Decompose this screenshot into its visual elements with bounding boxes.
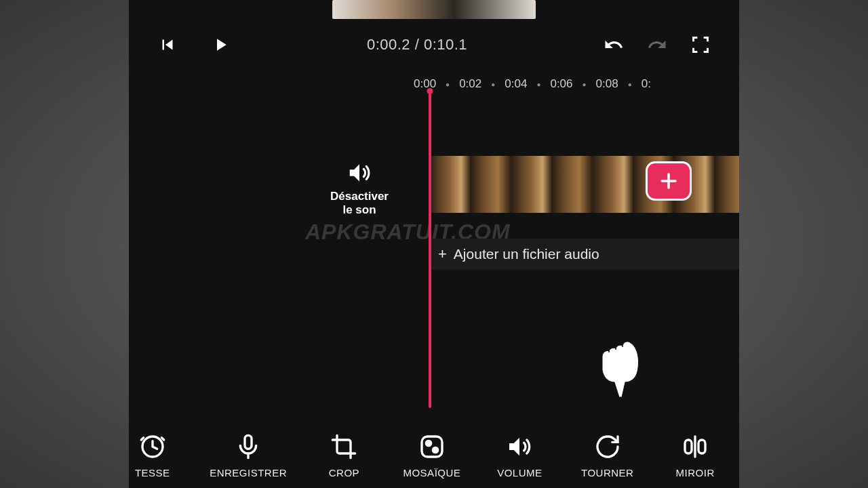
svg-rect-1 [245,435,252,449]
video-editor-app: 0:00.2 / 0:10.1 0:00● 0:02● 0:04● 0:06● … [129,0,739,488]
plus-icon: + [438,245,447,263]
svg-rect-2 [422,436,442,457]
tick-label: 0:08 [596,77,618,91]
tool-mosaique[interactable]: MOSAÏQUE [401,433,462,479]
tick-dot-icon: ● [491,81,495,88]
tool-label: TESSE [135,467,170,479]
microphone-icon [235,433,262,460]
svg-point-3 [426,441,431,445]
fullscreen-button[interactable] [689,33,712,56]
fullscreen-icon [691,35,710,54]
skip-previous-button[interactable] [156,33,179,56]
tool-label: CROP [329,467,359,479]
tool-tourner[interactable]: TOURNER [577,433,638,479]
tool-miroir[interactable]: MIROIR [665,433,726,479]
tool-label: MOSAÏQUE [403,467,460,479]
skip-previous-icon [157,35,178,55]
speaker-icon [347,160,372,186]
tool-volume[interactable]: VOLUME [489,433,550,479]
mute-label: Désactiver le son [312,190,407,218]
current-time: 0:00.2 [367,36,410,53]
timeline-playhead[interactable] [429,89,431,408]
tick-label: 0:02 [459,77,481,91]
tool-vitesse[interactable]: TESSE [129,433,183,479]
speed-icon [139,433,166,460]
add-audio-track-button[interactable]: + Ajouter un fichier audio [430,239,739,270]
timeline-ruler[interactable]: 0:00● 0:02● 0:04● 0:06● 0:08● 0: [129,75,739,94]
mosaic-icon [418,433,446,460]
video-clip-track[interactable] [430,156,739,213]
tick-dot-icon: ● [536,81,540,88]
time-separator: / [410,36,424,53]
tick-dot-icon: ● [446,81,450,88]
rotate-icon [594,433,621,460]
plus-icon [658,171,679,191]
mirror-icon [682,433,709,460]
tutorial-pointer-icon [589,332,650,393]
add-audio-label: Ajouter un fichier audio [454,246,599,262]
playback-controls: 0:00.2 / 0:10.1 [129,31,739,58]
tick-label: 0:06 [550,77,572,91]
tick-dot-icon: ● [583,81,587,88]
playback-right-group [602,33,712,56]
total-time: 0:10.1 [424,36,467,53]
undo-icon [602,35,625,55]
tool-label: VOLUME [497,467,542,479]
video-preview-strip [332,0,536,19]
volume-icon [506,433,533,460]
tool-label: TOURNER [581,467,633,479]
tool-label: ENREGISTRER [210,467,287,479]
undo-button[interactable] [602,33,625,56]
play-button[interactable] [209,33,232,56]
mute-audio-button[interactable]: Désactiver le son [312,160,407,218]
crop-icon [330,433,357,460]
redo-icon [646,35,669,55]
tick-label: 0:00 [414,77,436,91]
tool-enregistrer[interactable]: ENREGISTRER [210,433,287,479]
tick-label: 0: [642,77,651,91]
redo-button[interactable] [646,33,669,56]
tick-dot-icon: ● [628,81,632,88]
time-display: 0:00.2 / 0:10.1 [367,36,467,54]
svg-point-4 [433,447,437,452]
add-clip-button[interactable] [646,161,692,201]
tool-crop[interactable]: CROP [313,433,374,479]
playback-left-group [156,33,232,56]
bottom-toolbar: TESSE ENREGISTRER CROP MOSAÏQUE VOLUME T… [129,423,739,488]
play-icon [210,35,231,55]
svg-rect-5 [685,440,692,453]
svg-rect-6 [698,440,705,453]
tick-label: 0:04 [505,77,527,91]
tool-label: MIROIR [676,467,715,479]
